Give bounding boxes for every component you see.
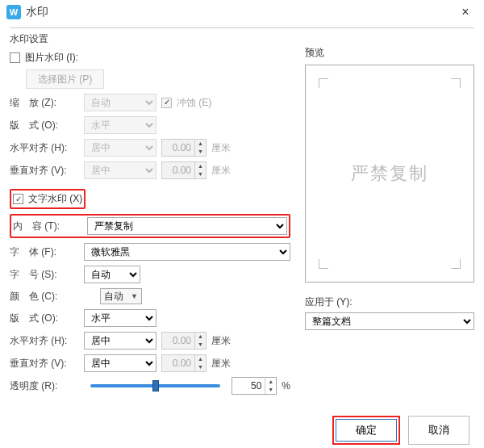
size-label: 字 号 (S):: [10, 268, 79, 282]
app-logo: W: [6, 5, 21, 19]
ok-button[interactable]: 确定: [336, 419, 397, 442]
window-title: 水印: [26, 5, 453, 19]
opacity-label: 透明度 (R):: [10, 379, 79, 393]
font-select[interactable]: 微软雅黑: [84, 243, 290, 261]
image-valign-spin: 0.00▲▼: [161, 161, 207, 179]
text-layout-select[interactable]: 水平: [84, 309, 156, 327]
group-legend: 水印设置: [10, 32, 53, 46]
text-halign-label: 水平对齐 (H):: [10, 334, 79, 348]
text-halign-select[interactable]: 居中: [84, 332, 156, 350]
zoom-label: 缩 放 (Z):: [10, 96, 79, 110]
image-halign-label: 水平对齐 (H):: [10, 141, 79, 155]
preview-box: 严禁复制: [305, 65, 474, 283]
content-select[interactable]: 严禁复制: [87, 217, 287, 235]
font-label: 字 体 (F):: [10, 245, 79, 259]
image-halign-select: 居中: [84, 139, 156, 157]
cancel-button[interactable]: 取消: [408, 416, 469, 445]
titlebar: W 水印 ×: [0, 0, 484, 24]
erode-label: 冲蚀 (E): [177, 96, 211, 110]
slider-thumb[interactable]: [152, 380, 159, 391]
size-select[interactable]: 自动: [84, 266, 140, 283]
text-valign-unit: 厘米: [211, 357, 231, 371]
image-valign-label: 垂直对齐 (V):: [10, 164, 79, 178]
apply-label: 应用于 (Y):: [305, 295, 474, 309]
color-picker[interactable]: 自动▼: [100, 288, 142, 304]
text-valign-spin: 0.00▲▼: [161, 354, 207, 372]
image-halign-unit: 厘米: [211, 141, 231, 155]
opacity-unit: %: [282, 380, 290, 391]
text-valign-select[interactable]: 居中: [84, 354, 156, 372]
image-valign-select: 居中: [84, 161, 156, 179]
opacity-slider[interactable]: [90, 384, 220, 387]
text-watermark-checkbox[interactable]: [13, 194, 23, 204]
image-layout-select: 水平: [84, 116, 156, 134]
erode-checkbox: [161, 98, 172, 108]
watermark-settings-group: 水印设置 图片水印 (I): 选择图片 (P) 缩 放 (Z): 自动 冲蚀 (…: [10, 27, 474, 445]
zoom-select: 自动: [84, 94, 156, 111]
text-layout-label: 版 式 (O):: [10, 312, 79, 325]
text-watermark-label: 文字水印 (X): [28, 192, 82, 206]
text-halign-spin: 0.00▲▼: [161, 332, 207, 350]
image-watermark-label: 图片水印 (I):: [25, 51, 78, 65]
preview-label: 预览: [305, 46, 474, 60]
preview-watermark-text: 严禁复制: [351, 161, 428, 186]
text-halign-unit: 厘米: [211, 334, 231, 348]
content-label: 内 容 (T):: [13, 220, 82, 233]
text-valign-label: 垂直对齐 (V):: [10, 357, 79, 371]
opacity-spin[interactable]: 50▲▼: [232, 377, 277, 395]
apply-select[interactable]: 整篇文档: [305, 312, 474, 330]
color-label: 颜 色 (C):: [10, 290, 79, 304]
image-watermark-checkbox[interactable]: [10, 52, 20, 63]
close-button[interactable]: ×: [453, 5, 478, 19]
image-layout-label: 版 式 (O):: [10, 119, 79, 132]
select-image-button[interactable]: 选择图片 (P): [26, 69, 104, 89]
image-valign-unit: 厘米: [211, 164, 231, 178]
image-halign-spin: 0.00▲▼: [161, 139, 207, 157]
